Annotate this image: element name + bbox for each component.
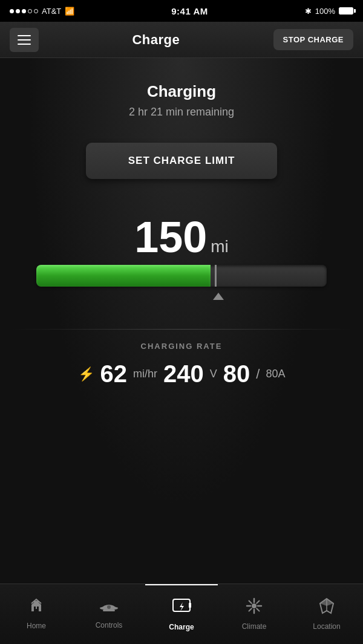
page-title: Charge — [132, 32, 180, 48]
lightning-icon: ⚡ — [78, 366, 94, 382]
rate-voltage-unit: V — [210, 368, 217, 380]
rate-amps-max: 80A — [266, 368, 285, 380]
menu-icon — [18, 35, 31, 36]
battery-bar-fill — [36, 265, 211, 287]
rate-amps-separator: / — [256, 366, 260, 382]
climate-icon — [246, 597, 263, 619]
set-charge-limit-button[interactable]: SET CHARGE LIMIT — [86, 143, 278, 179]
signal-icon — [10, 9, 38, 13]
tab-location[interactable]: Location — [290, 584, 363, 644]
home-icon — [28, 598, 44, 618]
menu-button[interactable] — [10, 28, 39, 52]
nav-bar: Charge STOP CHARGE — [0, 22, 363, 58]
rate-speed-unit: mi/hr — [133, 368, 157, 380]
status-time: 9:41 AM — [171, 6, 208, 16]
limit-arrow-icon — [213, 293, 224, 300]
charging-title: Charging — [129, 82, 234, 101]
bluetooth-icon: ✱ — [305, 7, 312, 16]
wifi-icon: 📶 — [65, 7, 74, 16]
charging-rate-values: ⚡ 62 mi/hr 240 V 80 / 80A — [36, 360, 327, 388]
tab-charge-label: Charge — [169, 623, 194, 631]
svg-rect-3 — [189, 603, 191, 608]
rate-voltage: 240 — [163, 360, 204, 388]
tab-location-label: Location — [313, 622, 340, 631]
svg-line-10 — [257, 608, 259, 611]
charge-icon — [172, 598, 191, 619]
svg-line-12 — [249, 608, 252, 611]
svg-line-11 — [257, 601, 259, 603]
battery-icon — [339, 7, 353, 15]
menu-icon — [18, 44, 31, 45]
status-bar: AT&T 📶 9:41 AM ✱ 100% — [0, 0, 363, 22]
tab-climate[interactable]: Climate — [218, 584, 290, 644]
svg-rect-0 — [103, 610, 115, 611]
tab-home[interactable]: Home — [0, 584, 73, 644]
location-icon — [319, 597, 335, 619]
svg-point-4 — [252, 603, 257, 608]
battery-reading: 150mi — [134, 215, 229, 259]
tab-controls[interactable]: Controls — [73, 584, 145, 644]
battery-miles-value: 150 — [134, 215, 207, 259]
battery-display: 150mi — [24, 215, 339, 287]
carrier-label: AT&T — [42, 7, 61, 16]
status-left: AT&T 📶 — [10, 7, 74, 16]
battery-limit-marker — [215, 265, 217, 287]
svg-point-1 — [107, 605, 111, 609]
charging-time: 2 hr 21 min remaining — [129, 106, 234, 119]
rate-amps: 80 — [223, 360, 250, 388]
stop-charge-button[interactable]: STOP CHARGE — [273, 29, 353, 50]
tab-controls-label: Controls — [96, 621, 123, 629]
battery-percent: 100% — [315, 7, 335, 16]
status-right: ✱ 100% — [305, 7, 353, 16]
rate-speed: 62 — [100, 360, 128, 388]
battery-bar — [36, 265, 327, 287]
controls-icon — [99, 599, 119, 617]
tab-bar: Home Controls Charge — [0, 584, 363, 644]
tab-climate-label: Climate — [242, 622, 267, 631]
svg-line-9 — [249, 601, 252, 603]
tab-charge[interactable]: Charge — [145, 584, 218, 644]
charging-status: Charging 2 hr 21 min remaining — [129, 82, 234, 119]
section-divider — [12, 329, 351, 330]
main-content: Charging 2 hr 21 min remaining SET CHARG… — [0, 58, 363, 584]
menu-icon — [18, 39, 31, 41]
charging-rate-label: CHARGING RATE — [36, 342, 327, 351]
battery-unit: mi — [211, 238, 229, 255]
tab-home-label: Home — [27, 622, 46, 630]
charging-rate-section: CHARGING RATE ⚡ 62 mi/hr 240 V 80 / 80A — [24, 342, 339, 388]
